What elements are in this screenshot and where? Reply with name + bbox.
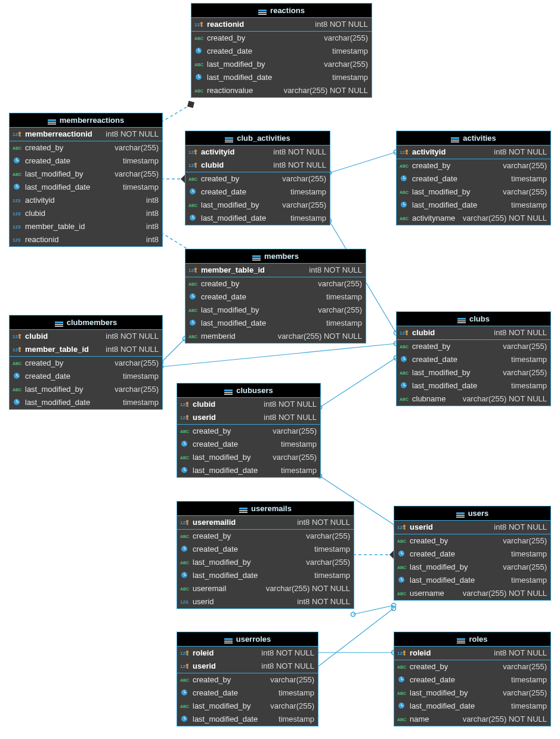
column-row[interactable]: last_modified_datetimestamp <box>397 379 550 392</box>
column-row[interactable]: 123activityidint8 <box>10 194 162 207</box>
column-row[interactable]: last_modified_datetimestamp <box>185 317 366 330</box>
column-row[interactable]: ABClast_modified_byvarchar(255) <box>10 383 162 396</box>
entity-header[interactable]: clubusers <box>177 384 320 398</box>
column-row[interactable]: created_datetimestamp <box>397 172 550 185</box>
column-row[interactable]: 123memberreactionidint8 NOT NULL <box>10 128 162 141</box>
column-row[interactable]: created_datetimestamp <box>177 438 320 451</box>
entity-users[interactable]: users123useridint8 NOT NULLABCcreated_by… <box>394 506 551 601</box>
column-row[interactable]: 123useridint8 NOT NULL <box>177 595 354 608</box>
column-row[interactable]: 123clubidint8 <box>10 207 162 220</box>
column-row[interactable]: created_datetimestamp <box>10 154 162 168</box>
entity-header[interactable]: activities <box>397 131 550 146</box>
column-row[interactable]: ABCusernamevarchar(255) NOT NULL <box>394 587 550 600</box>
column-row[interactable]: 123clubidint8 NOT NULL <box>185 159 330 172</box>
column-row[interactable]: 123reactionidint8 NOT NULL <box>191 18 372 31</box>
column-row[interactable]: last_modified_datetimestamp <box>177 569 354 582</box>
column-row[interactable]: created_datetimestamp <box>10 370 162 383</box>
column-row[interactable]: created_datetimestamp <box>394 548 550 561</box>
column-row[interactable]: ABCactivitynamevarchar(255) NOT NULL <box>397 212 550 225</box>
column-row[interactable]: 123useridint8 NOT NULL <box>177 660 318 673</box>
entity-header[interactable]: clubs <box>397 312 550 326</box>
entity-header[interactable]: reactions <box>191 4 372 18</box>
column-row[interactable]: 123useridint8 NOT NULL <box>177 411 320 424</box>
column-row[interactable]: last_modified_datetimestamp <box>397 199 550 212</box>
entity-clubmembers[interactable]: clubmembers123clubidint8 NOT NULL123memb… <box>9 315 163 410</box>
column-row[interactable]: created_datetimestamp <box>185 185 330 199</box>
column-row[interactable]: ABClast_modified_byvarchar(255) <box>185 199 330 212</box>
column-row[interactable]: last_modified_datetimestamp <box>394 700 550 713</box>
column-row[interactable]: 123member_table_idint8 <box>10 220 162 233</box>
column-row[interactable]: ABClast_modified_byvarchar(255) <box>397 366 550 379</box>
column-row[interactable]: ABClast_modified_byvarchar(255) <box>10 168 162 181</box>
column-row[interactable]: last_modified_datetimestamp <box>177 713 318 726</box>
column-row[interactable]: created_datetimestamp <box>177 687 318 700</box>
entity-clubs[interactable]: clubs123clubidint8 NOT NULLABCcreated_by… <box>396 311 551 406</box>
column-row[interactable]: ABCcreated_byvarchar(255) <box>191 32 372 45</box>
column-row[interactable]: ABClast_modified_byvarchar(255) <box>191 58 372 71</box>
column-row[interactable]: 123clubidint8 NOT NULL <box>397 326 550 339</box>
column-row[interactable]: 123activityidint8 NOT NULL <box>185 146 330 159</box>
column-row[interactable]: 123clubidint8 NOT NULL <box>10 330 162 343</box>
column-row[interactable]: 123member_table_idint8 NOT NULL <box>185 264 366 277</box>
entity-header[interactable]: userroles <box>177 632 318 647</box>
column-row[interactable]: ABCcreated_byvarchar(255) <box>185 277 366 290</box>
entity-roles[interactable]: roles123roleidint8 NOT NULLABCcreated_by… <box>394 632 551 726</box>
entity-header[interactable]: useremails <box>177 502 354 516</box>
column-row[interactable]: ABCcreated_byvarchar(255) <box>397 159 550 172</box>
column-row[interactable]: ABClast_modified_byvarchar(255) <box>185 304 366 317</box>
column-row[interactable]: ABCcreated_byvarchar(255) <box>185 172 330 185</box>
column-row[interactable]: ABClast_modified_byvarchar(255) <box>397 185 550 199</box>
column-row[interactable]: ABCcreated_byvarchar(255) <box>394 660 550 673</box>
entity-header[interactable]: roles <box>394 632 550 647</box>
column-row[interactable]: ABClast_modified_byvarchar(255) <box>177 451 320 464</box>
entity-reactions[interactable]: reactions123reactionidint8 NOT NULLABCcr… <box>191 3 372 98</box>
column-row[interactable]: ABClast_modified_byvarchar(255) <box>177 700 318 713</box>
column-row[interactable]: ABCcreated_byvarchar(255) <box>177 530 354 543</box>
column-row[interactable]: 123member_table_idint8 NOT NULL <box>10 343 162 356</box>
column-row[interactable]: ABCcreated_byvarchar(255) <box>10 357 162 370</box>
column-row[interactable]: ABCreactionvaluevarchar(255) NOT NULL <box>191 84 372 97</box>
column-row[interactable]: last_modified_datetimestamp <box>10 396 162 409</box>
column-row[interactable]: ABCcreated_byvarchar(255) <box>397 340 550 353</box>
column-row[interactable]: ABCcreated_byvarchar(255) <box>177 673 318 687</box>
column-row[interactable]: ABClast_modified_byvarchar(255) <box>394 687 550 700</box>
column-row[interactable]: last_modified_datetimestamp <box>185 212 330 225</box>
column-row[interactable]: ABClast_modified_byvarchar(255) <box>394 561 550 574</box>
column-row[interactable]: created_datetimestamp <box>394 673 550 687</box>
column-row[interactable]: created_datetimestamp <box>191 45 372 58</box>
entity-activities[interactable]: activities123activityidint8 NOT NULLABCc… <box>396 131 551 225</box>
column-row[interactable]: 123reactionidint8 <box>10 233 162 246</box>
column-row[interactable]: created_datetimestamp <box>397 353 550 366</box>
column-row[interactable]: last_modified_datetimestamp <box>10 181 162 194</box>
column-row[interactable]: ABCuseremailvarchar(255) NOT NULL <box>177 582 354 595</box>
entity-header[interactable]: club_activities <box>185 131 330 146</box>
entity-club_activities[interactable]: club_activities123activityidint8 NOT NUL… <box>185 131 330 225</box>
column-row[interactable]: 123roleidint8 NOT NULL <box>177 647 318 660</box>
column-row[interactable]: 123clubidint8 NOT NULL <box>177 398 320 411</box>
entity-header[interactable]: memberreactions <box>10 113 162 128</box>
column-row[interactable]: ABCmemberidvarchar(255) NOT NULL <box>185 330 366 343</box>
entity-useremails[interactable]: useremails123useremailidint8 NOT NULLABC… <box>177 501 354 609</box>
entity-members[interactable]: members123member_table_idint8 NOT NULLAB… <box>185 249 366 344</box>
column-row[interactable]: ABCnamevarchar(255) NOT NULL <box>394 713 550 726</box>
column-row[interactable]: last_modified_datetimestamp <box>177 464 320 477</box>
column-row[interactable]: last_modified_datetimestamp <box>191 71 372 84</box>
column-row[interactable]: created_datetimestamp <box>185 290 366 304</box>
column-row[interactable]: ABCcreated_byvarchar(255) <box>394 534 550 548</box>
entity-header[interactable]: clubmembers <box>10 316 162 330</box>
column-row[interactable]: ABCcreated_byvarchar(255) <box>10 141 162 154</box>
entity-header[interactable]: members <box>185 249 366 264</box>
column-row[interactable]: 123useridint8 NOT NULL <box>394 521 550 534</box>
column-row[interactable]: ABClast_modified_byvarchar(255) <box>177 556 354 569</box>
entity-header[interactable]: users <box>394 506 550 521</box>
entity-userroles[interactable]: userroles123roleidint8 NOT NULL123userid… <box>177 632 318 726</box>
column-row[interactable]: 123activityidint8 NOT NULL <box>397 146 550 159</box>
column-row[interactable]: ABCclubnamevarchar(255) NOT NULL <box>397 392 550 406</box>
entity-memberreactions[interactable]: memberreactions123memberreactionidint8 N… <box>9 113 163 247</box>
column-row[interactable]: last_modified_datetimestamp <box>394 574 550 587</box>
column-row[interactable]: created_datetimestamp <box>177 543 354 556</box>
column-row[interactable]: 123useremailidint8 NOT NULL <box>177 516 354 529</box>
column-row[interactable]: 123roleidint8 NOT NULL <box>394 647 550 660</box>
column-row[interactable]: ABCcreated_byvarchar(255) <box>177 425 320 438</box>
entity-clubusers[interactable]: clubusers123clubidint8 NOT NULL123userid… <box>177 383 321 478</box>
